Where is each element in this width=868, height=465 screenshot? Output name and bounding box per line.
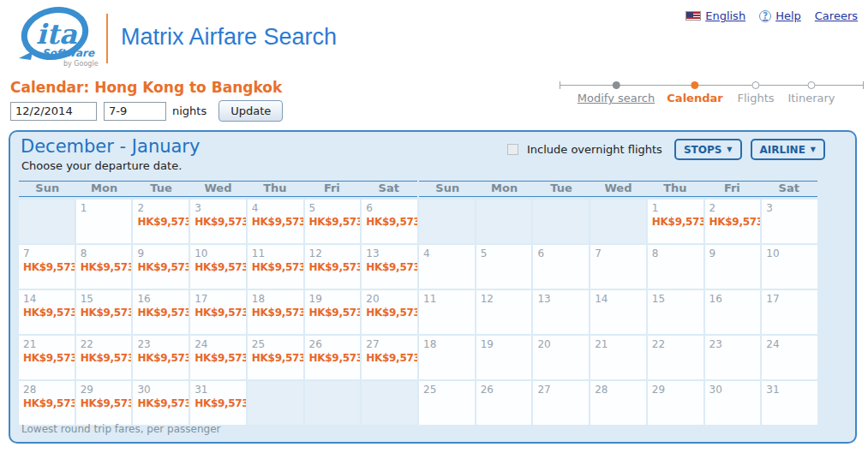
calendar-subtitle: Choose your departure date. bbox=[21, 159, 182, 172]
calendar-day-cell[interactable]: 11HK$9,573 bbox=[248, 245, 303, 289]
stepper-tick-right bbox=[863, 81, 864, 89]
day-number: 10 bbox=[195, 247, 245, 259]
fare-price[interactable]: HK$9,573 bbox=[23, 397, 74, 409]
fare-price[interactable]: HK$9,573 bbox=[252, 261, 302, 273]
fare-price[interactable]: HK$9,573 bbox=[137, 261, 188, 273]
fare-price[interactable]: HK$9,573 bbox=[709, 216, 760, 228]
fare-price[interactable]: HK$9,573 bbox=[81, 352, 131, 364]
fare-price[interactable]: HK$9,573 bbox=[366, 216, 416, 228]
logo-ita-text: ita bbox=[36, 18, 78, 51]
fare-price[interactable]: HK$9,573 bbox=[23, 261, 74, 273]
calendar-day-cell[interactable]: 31HK$9,573 bbox=[190, 381, 246, 425]
calendar-day-cell[interactable]: 27HK$9,573 bbox=[362, 336, 417, 379]
fare-price[interactable]: HK$9,573 bbox=[81, 307, 131, 319]
fare-price[interactable]: HK$9,573 bbox=[309, 307, 360, 319]
calendar-day-cell[interactable]: 22HK$9,573 bbox=[76, 336, 132, 379]
fare-price[interactable]: HK$9,573 bbox=[137, 397, 188, 409]
calendar-empty-cell bbox=[305, 381, 361, 425]
calendar-day-cell[interactable]: 7HK$9,573 bbox=[19, 245, 75, 289]
fare-price[interactable]: HK$9,573 bbox=[137, 216, 188, 228]
calendar-day-cell[interactable]: 2HK$9,573 bbox=[705, 200, 761, 243]
fare-price[interactable]: HK$9,573 bbox=[652, 216, 703, 228]
ita-software-logo[interactable]: ita Software by Google bbox=[10, 5, 103, 69]
calendar-day-cell[interactable]: 30HK$9,573 bbox=[133, 381, 189, 425]
day-of-week-header: Fri bbox=[303, 182, 360, 196]
calendar-day-cell[interactable]: 3HK$9,573 bbox=[190, 200, 246, 243]
calendar-day-cell: 1 bbox=[76, 200, 132, 243]
day-number: 18 bbox=[423, 338, 474, 350]
fare-price[interactable]: HK$9,573 bbox=[309, 261, 360, 273]
calendar-day-cell[interactable]: 25HK$9,573 bbox=[248, 336, 303, 379]
day-number: 2 bbox=[137, 202, 188, 214]
calendar-day-cell[interactable]: 19HK$9,573 bbox=[305, 290, 361, 334]
fare-price[interactable]: HK$9,573 bbox=[366, 307, 416, 319]
fare-price[interactable]: HK$9,573 bbox=[252, 352, 302, 364]
calendar-day-cell[interactable]: 20HK$9,573 bbox=[362, 290, 417, 334]
calendar-day-cell[interactable]: 16HK$9,573 bbox=[133, 290, 189, 334]
calendar-day-cell[interactable]: 5HK$9,573 bbox=[305, 200, 361, 243]
stepper-tick-left bbox=[560, 81, 560, 89]
fare-price[interactable]: HK$9,573 bbox=[137, 352, 188, 364]
calendar-day-cell[interactable]: 10HK$9,573 bbox=[190, 245, 246, 289]
fare-price[interactable]: HK$9,573 bbox=[309, 216, 360, 228]
fare-price[interactable]: HK$9,573 bbox=[81, 261, 131, 273]
step-modify-search[interactable]: Modify search bbox=[578, 78, 655, 104]
calendar-day-cell[interactable]: 28HK$9,573 bbox=[19, 381, 75, 425]
fare-price[interactable]: HK$9,573 bbox=[195, 261, 245, 273]
calendar-empty-cell bbox=[533, 200, 589, 243]
language-link[interactable]: English bbox=[685, 9, 745, 22]
calendar-empty-cell bbox=[19, 200, 75, 243]
airline-dropdown[interactable]: AIRLINE ▼ bbox=[751, 139, 826, 160]
calendar-day-cell[interactable]: 2HK$9,573 bbox=[133, 200, 189, 243]
calendar-day-cell[interactable]: 15HK$9,573 bbox=[76, 290, 132, 334]
step-dot-upcoming bbox=[807, 81, 815, 89]
nights-input[interactable] bbox=[104, 102, 166, 121]
calendar-day-cell[interactable]: 9HK$9,573 bbox=[133, 245, 189, 289]
day-number: 28 bbox=[595, 384, 645, 396]
fare-price[interactable]: HK$9,573 bbox=[195, 216, 245, 228]
calendar-day-cell[interactable]: 4HK$9,573 bbox=[248, 200, 303, 243]
calendar-panel: December - January Choose your departure… bbox=[9, 130, 857, 444]
stops-dropdown[interactable]: STOPS ▼ bbox=[674, 139, 742, 160]
careers-link[interactable]: Careers bbox=[815, 9, 858, 22]
calendar-day-cell[interactable]: 6HK$9,573 bbox=[362, 200, 417, 243]
calendar-day-cell[interactable]: 23HK$9,573 bbox=[133, 336, 189, 379]
calendar-day-cell[interactable]: 8HK$9,573 bbox=[76, 245, 132, 289]
day-number: 15 bbox=[81, 293, 131, 305]
top-links: English ?Help Careers bbox=[685, 9, 858, 22]
fare-price[interactable]: HK$9,573 bbox=[366, 352, 416, 364]
fare-price[interactable]: HK$9,573 bbox=[23, 307, 74, 319]
update-button[interactable]: Update bbox=[218, 100, 283, 122]
fare-price[interactable]: HK$9,573 bbox=[23, 352, 74, 364]
fare-price[interactable]: HK$9,573 bbox=[309, 352, 360, 364]
fare-price[interactable]: HK$9,573 bbox=[195, 397, 245, 409]
calendar-day-cell[interactable]: 26HK$9,573 bbox=[305, 336, 361, 379]
calendar-day-cell[interactable]: 29HK$9,573 bbox=[76, 381, 132, 425]
calendar-day-cell[interactable]: 1HK$9,573 bbox=[648, 200, 703, 243]
fare-price[interactable]: HK$9,573 bbox=[81, 397, 131, 409]
overnight-checkbox[interactable] bbox=[507, 144, 518, 155]
departure-date-input[interactable] bbox=[10, 102, 97, 121]
calendar-day-cell[interactable]: 13HK$9,573 bbox=[362, 245, 417, 289]
fare-price[interactable]: HK$9,573 bbox=[252, 216, 302, 228]
fare-price[interactable]: HK$9,573 bbox=[195, 307, 245, 319]
calendar-day-cell[interactable]: 21HK$9,573 bbox=[19, 336, 75, 379]
day-number: 14 bbox=[23, 293, 74, 305]
calendar-empty-cell bbox=[248, 381, 303, 425]
calendar-day-cell[interactable]: 24HK$9,573 bbox=[190, 336, 246, 379]
help-link[interactable]: ?Help bbox=[759, 9, 801, 22]
day-number: 13 bbox=[537, 293, 588, 305]
step-dot-visited bbox=[612, 81, 620, 89]
day-number: 9 bbox=[137, 247, 188, 259]
fare-price[interactable]: HK$9,573 bbox=[195, 352, 245, 364]
app-title: Matrix Airfare Search bbox=[121, 24, 337, 51]
calendar-day-cell[interactable]: 18HK$9,573 bbox=[248, 290, 303, 334]
calendar-day-cell[interactable]: 12HK$9,573 bbox=[305, 245, 361, 289]
fare-price[interactable]: HK$9,573 bbox=[366, 261, 416, 273]
calendar-day-cell[interactable]: 17HK$9,573 bbox=[190, 290, 246, 334]
fare-price[interactable]: HK$9,573 bbox=[137, 307, 188, 319]
day-number: 12 bbox=[309, 247, 360, 259]
fare-price[interactable]: HK$9,573 bbox=[252, 307, 302, 319]
calendar-day-cell[interactable]: 14HK$9,573 bbox=[19, 290, 75, 334]
calendar-day-cell: 17 bbox=[762, 290, 817, 334]
